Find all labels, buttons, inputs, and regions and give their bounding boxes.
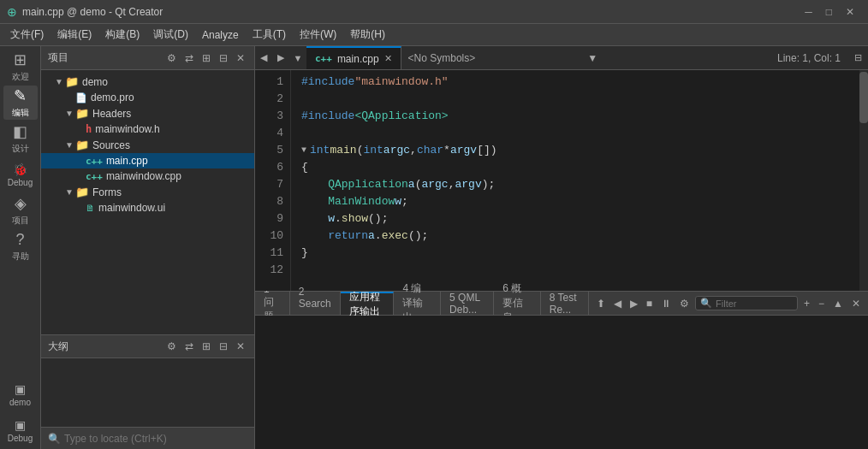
pause-btn[interactable]: ⏸: [658, 296, 674, 311]
tab-next-btn[interactable]: ▶: [272, 46, 289, 69]
sync-icon[interactable]: ⇄: [182, 50, 196, 66]
bottom-tab-qml-debug[interactable]: 5 QML Deb...: [441, 292, 494, 315]
vertical-scrollbar[interactable]: [859, 70, 868, 291]
filter-icon[interactable]: ⚙: [164, 50, 179, 66]
tab-prev-btn[interactable]: ◀: [255, 46, 272, 69]
menu-build[interactable]: 构建(B): [98, 26, 146, 44]
tab-menu-btn[interactable]: ▼: [289, 46, 306, 69]
editor-tab-main-cpp[interactable]: c++ main.cpp ✕: [306, 46, 401, 69]
bottom-toolbar: ⬆ ◀ ▶ ■ ⏸ ⚙ 🔍 + − ▲ ✕: [589, 296, 868, 311]
outline-panel-header: 大纲 ⚙ ⇄ ⊞ ⊟ ✕: [41, 334, 254, 358]
bottom-tab-test[interactable]: 8 Test Re...: [541, 292, 589, 315]
add-btn[interactable]: +: [801, 296, 812, 311]
tree-item-demo[interactable]: ▼ 📁 demo: [41, 74, 254, 90]
search-icon: 🔍: [48, 433, 61, 445]
sidebar-btn-demo[interactable]: ▣ demo: [3, 377, 38, 411]
editor-area: ◀ ▶ ▼ c++ main.cpp ✕ <No Symbols> ▼ Line…: [255, 46, 868, 449]
sidebar-label-debug: Debug: [8, 178, 33, 187]
tree-item-mainwindow-cpp[interactable]: c++ mainwindow.cpp: [41, 168, 254, 184]
expand-icon[interactable]: ⊞: [199, 50, 213, 66]
sidebar-btn-help[interactable]: ? 寻助: [3, 229, 38, 263]
outline-sync-icon[interactable]: ⇄: [182, 339, 196, 354]
project-icon: ◈: [15, 194, 27, 213]
close-panel-icon[interactable]: ✕: [234, 50, 247, 66]
folder-headers-icon: 📁: [75, 107, 89, 120]
outline-expand-icon[interactable]: ⊞: [199, 339, 213, 354]
tree-item-demo-pro[interactable]: 📄 demo.pro: [41, 90, 254, 105]
outline-options-icon[interactable]: ⚙: [164, 339, 179, 354]
sidebar-btn-design[interactable]: ◧ 设计: [3, 121, 38, 156]
bottom-tab-app-output[interactable]: 应用程序输出: [341, 292, 395, 315]
filter-wrap: 🔍: [695, 296, 798, 310]
project-panel: 项目 ⚙ ⇄ ⊞ ⊟ ✕ ▼ 📁 demo 📄 demo.pro: [41, 46, 255, 449]
sidebar-label-project: 项目: [12, 215, 29, 227]
menu-edit[interactable]: 编辑(E): [51, 26, 98, 44]
folder-forms-icon: 📁: [75, 186, 89, 198]
search-input[interactable]: [64, 433, 247, 445]
sidebar-btn-edit[interactable]: ✎ 编辑: [3, 86, 38, 120]
symbols-label: <No Symbols>: [408, 52, 585, 64]
tree-item-forms[interactable]: ▼ 📁 Forms: [41, 184, 254, 200]
tab-close-btn[interactable]: ✕: [384, 53, 392, 64]
tree-item-mainwindow-h[interactable]: h mainwindow.h: [41, 121, 254, 137]
filter-input[interactable]: [716, 298, 793, 309]
editor-split-btn[interactable]: ⊟: [847, 46, 868, 69]
collapse-arrow-5[interactable]: ▼: [301, 142, 306, 159]
tree-item-headers[interactable]: ▼ 📁 Headers: [41, 105, 254, 121]
menu-analyze[interactable]: Analyze: [195, 27, 246, 43]
file-demo-pro-icon: 📄: [75, 92, 87, 103]
sidebar-btn-welcome[interactable]: ⊞ 欢迎: [3, 50, 38, 84]
code-editor[interactable]: 1 2 3 4 5 6 7 8 9 10 11 12 #include "mai…: [255, 70, 868, 291]
tree-label-demo: demo: [82, 76, 108, 88]
upload-icon[interactable]: ⬆: [594, 296, 608, 311]
symbols-dropdown[interactable]: <No Symbols> ▼: [401, 46, 770, 69]
arrow-forms: ▼: [65, 187, 75, 197]
collapse-icon[interactable]: ⊟: [217, 50, 230, 66]
tree-label-headers: Headers: [92, 108, 131, 120]
maximize-panel-icon[interactable]: ▲: [830, 296, 846, 311]
bottom-tab-app-label: 应用程序输出: [349, 290, 385, 319]
outline-collapse-icon[interactable]: ⊟: [217, 339, 230, 354]
tree-item-main-cpp[interactable]: c++ main.cpp: [41, 153, 254, 168]
bottom-tab-search[interactable]: 2 Search ...: [290, 292, 341, 315]
code-line-12: [301, 262, 859, 279]
close-panel-btn[interactable]: ✕: [849, 296, 863, 311]
tree-label-main-cpp: main.cpp: [106, 155, 148, 167]
outline-content: [41, 358, 254, 427]
stop-btn[interactable]: ■: [644, 296, 655, 311]
prev-btn[interactable]: ◀: [611, 296, 624, 311]
menu-file[interactable]: 文件(F): [3, 26, 51, 44]
minimize-btn[interactable]: ─: [798, 6, 819, 18]
close-btn[interactable]: ✕: [839, 6, 861, 18]
menu-tools[interactable]: 工具(T): [246, 26, 293, 44]
sidebar-btn-project[interactable]: ◈ 项目: [3, 193, 38, 227]
maximize-btn[interactable]: □: [819, 6, 839, 18]
sidebar-icons: ⊞ 欢迎 ✎ 编辑 ◧ 设计 🐞 Debug ◈ 项目 ? 寻助 ▣ demo: [0, 46, 41, 449]
sidebar-label-edit: 编辑: [12, 107, 29, 119]
outline-close-icon[interactable]: ✕: [234, 339, 247, 354]
menu-controls[interactable]: 控件(W): [293, 26, 343, 44]
sidebar-btn-output[interactable]: ▣ Debug: [3, 413, 38, 447]
bottom-tab-overview[interactable]: 6 概要信息: [494, 292, 541, 315]
sidebar-btn-debug[interactable]: 🐞 Debug: [3, 157, 38, 192]
folder-demo-icon: 📁: [65, 75, 79, 88]
editor-tabs: ◀ ▶ ▼ c++ main.cpp ✕ <No Symbols> ▼ Line…: [255, 46, 868, 70]
tree-label-demo-pro: demo.pro: [91, 92, 134, 103]
tree-label-mainwindow-cpp: mainwindow.cpp: [106, 170, 181, 182]
remove-btn[interactable]: −: [816, 296, 827, 311]
play-btn[interactable]: ▶: [627, 296, 640, 311]
menu-debug[interactable]: 调试(D): [146, 26, 195, 44]
menu-bar: 文件(F) 编辑(E) 构建(B) 调试(D) Analyze 工具(T) 控件…: [0, 24, 868, 46]
edit-icon: ✎: [14, 86, 27, 105]
settings-btn[interactable]: ⚙: [677, 296, 692, 311]
code-line-5: ▼int main(int argc, char *argv[]): [301, 142, 859, 159]
menu-help[interactable]: 帮助(H): [343, 26, 392, 44]
code-content: #include "mainwindow.h" #include <QAppli…: [291, 70, 859, 291]
bottom-tab-compile[interactable]: 4 编译输出: [394, 292, 441, 315]
project-panel-header: 项目 ⚙ ⇄ ⊞ ⊟ ✕: [41, 46, 254, 70]
tree-item-mainwindow-ui[interactable]: 🗎 mainwindow.ui: [41, 200, 254, 216]
tree-item-sources[interactable]: ▼ 📁 Sources: [41, 137, 254, 153]
bottom-tab-problems[interactable]: 1 问题: [255, 292, 290, 315]
project-tree: ▼ 📁 demo 📄 demo.pro ▼ 📁 Headers: [41, 70, 254, 334]
line-col-text: Line: 1, Col: 1: [777, 52, 841, 64]
